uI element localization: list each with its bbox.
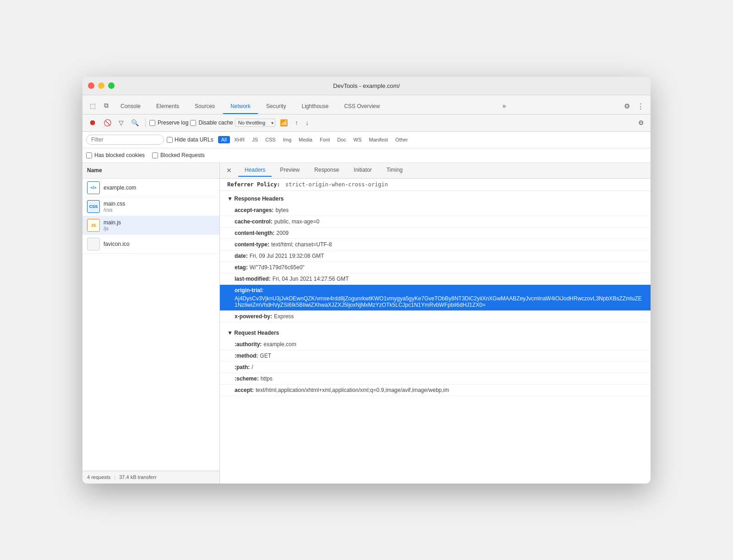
tab-network[interactable]: Network [223, 99, 258, 114]
detail-tab-headers[interactable]: Headers [238, 164, 272, 177]
html-file-icon: </> [87, 181, 100, 194]
hide-data-urls-checkbox[interactable]: Hide data URLs [167, 136, 213, 143]
filter-media-button[interactable]: Media [295, 136, 316, 143]
preserve-log-checkbox[interactable]: Preserve log [149, 120, 188, 126]
preserve-log-input[interactable] [149, 120, 155, 126]
header-value: GET [260, 353, 271, 359]
header-key: :method: [235, 353, 258, 359]
request-filename: favicon.ico [104, 241, 130, 247]
header-value: Express [274, 313, 294, 320]
request-path: /js [104, 226, 121, 231]
requests-header: Name [82, 163, 219, 179]
tab-console[interactable]: Console [113, 99, 148, 114]
header-row-scheme: :scheme: https [220, 373, 651, 385]
maximize-button[interactable] [108, 82, 115, 89]
detail-tab-response[interactable]: Response [308, 164, 345, 177]
disable-cache-checkbox[interactable]: Disable cache [190, 120, 233, 126]
filter-icon[interactable]: ▽ [116, 117, 126, 128]
upload-icon[interactable]: ↑ [292, 117, 301, 128]
wifi-icon[interactable]: 📶 [277, 117, 290, 128]
filter-other-button[interactable]: Other [392, 136, 411, 143]
header-value: public, max-age=0 [274, 218, 319, 225]
header-value: example.com [263, 341, 296, 348]
blocked-bar: Has blocked cookies Blocked Requests [82, 148, 651, 163]
tab-security[interactable]: Security [259, 99, 293, 114]
cursor-icon[interactable]: ⬚ [86, 99, 99, 112]
header-key: last-modified: [235, 276, 271, 282]
headers-content: Referrer Policy: strict-origin-when-cros… [220, 179, 651, 484]
settings-icon[interactable]: ⚙ [621, 100, 633, 112]
header-key: accept: [235, 387, 254, 393]
detail-tab-initiator[interactable]: Initiator [347, 164, 378, 177]
header-key: date: [235, 253, 248, 259]
hide-data-urls-input[interactable] [167, 137, 173, 143]
tab-sources[interactable]: Sources [187, 99, 222, 114]
throttle-select[interactable]: No throttling [235, 119, 275, 127]
tab-css-overview[interactable]: CSS Overview [337, 99, 387, 114]
header-value: bytes [275, 207, 289, 213]
js-file-icon: JS [87, 219, 100, 232]
request-item-main-css[interactable]: CSS main.css /css [82, 197, 219, 216]
request-item-example-com[interactable]: </> example.com [82, 179, 219, 197]
throttle-wrapper: No throttling ▾ [235, 119, 275, 127]
network-toolbar: ⏺ 🚫 ▽ 🔍 Preserve log Disable cache No th… [82, 114, 651, 132]
header-row-accept: accept: text/html,application/xhtml+xml,… [220, 385, 651, 396]
filter-font-button[interactable]: Font [317, 136, 333, 143]
referrer-policy-row: Referrer Policy: strict-origin-when-cros… [220, 179, 651, 191]
request-filename: main.js [104, 219, 121, 226]
filter-img-button[interactable]: Img [280, 136, 295, 143]
header-key: :path: [235, 364, 250, 370]
has-blocked-cookies-checkbox[interactable]: Has blocked cookies [86, 152, 145, 158]
left-panel: Name </> example.com CSS main.css /css [82, 163, 220, 484]
filter-js-button[interactable]: JS [249, 136, 261, 143]
filter-xhr-button[interactable]: XHR [231, 136, 248, 143]
header-value: https [261, 375, 273, 382]
request-list: </> example.com CSS main.css /css JS mai… [82, 179, 219, 471]
right-panel: ✕ Headers Preview Response Initiator Tim… [220, 163, 651, 484]
header-key: cache-control: [235, 218, 273, 225]
referrer-policy-value: strict-origin-when-cross-origin [285, 181, 388, 188]
record-button[interactable]: ⏺ [86, 117, 99, 129]
detail-tab-preview[interactable]: Preview [274, 164, 306, 177]
filter-all-button[interactable]: All [218, 136, 230, 143]
header-row-authority: :authority: example.com [220, 339, 651, 350]
filter-css-button[interactable]: CSS [262, 136, 279, 143]
header-row-content-length: content-length: 2009 [220, 228, 651, 239]
close-detail-button[interactable]: ✕ [224, 166, 235, 175]
inspect-icon[interactable]: ⧉ [100, 99, 112, 112]
more-tabs-button[interactable]: » [499, 99, 510, 112]
request-filename: main.css [104, 201, 125, 207]
header-key: :scheme: [235, 375, 259, 382]
tab-lighthouse[interactable]: Lighthouse [294, 99, 336, 114]
tab-elements[interactable]: Elements [149, 99, 186, 114]
header-key: accept-ranges: [235, 207, 274, 213]
blocked-requests-input[interactable] [152, 152, 158, 158]
header-row-origin-trial: origin-trial: Aj4DysCv3VjknU3jJvkDEwnQZK… [220, 285, 651, 311]
blocked-requests-checkbox[interactable]: Blocked Requests [152, 152, 205, 158]
main-tabbar: ⬚ ⧉ Console Elements Sources Network Sec… [82, 95, 651, 114]
search-icon[interactable]: 🔍 [128, 117, 142, 128]
has-blocked-cookies-input[interactable] [86, 152, 92, 158]
filter-input[interactable] [86, 135, 164, 145]
clear-button[interactable]: 🚫 [101, 117, 114, 128]
header-row-accept-ranges: accept-ranges: bytes [220, 205, 651, 216]
request-path: /css [104, 207, 125, 212]
more-options-icon[interactable]: ⋮ [635, 100, 647, 112]
disable-cache-input[interactable] [190, 120, 196, 126]
header-value: text/html; charset=UTF-8 [271, 241, 332, 248]
minimize-button[interactable] [98, 82, 104, 89]
header-row-path: :path: / [220, 362, 651, 373]
detail-tabbar: ✕ Headers Preview Response Initiator Tim… [220, 163, 651, 179]
settings-icon-2[interactable]: ⚙ [635, 117, 647, 128]
filter-manifest-button[interactable]: Manifest [366, 136, 391, 143]
request-item-favicon[interactable]: favicon.ico [82, 235, 219, 254]
download-icon[interactable]: ↓ [303, 117, 312, 128]
toolbar-divider-1 [145, 118, 146, 127]
close-button[interactable] [88, 82, 94, 89]
header-value: / [252, 364, 253, 370]
filter-type-buttons: All XHR JS CSS Img Media Font Doc WS Man… [218, 136, 411, 143]
filter-doc-button[interactable]: Doc [334, 136, 350, 143]
request-item-main-js[interactable]: JS main.js /js [82, 216, 219, 235]
detail-tab-timing[interactable]: Timing [380, 164, 409, 177]
filter-ws-button[interactable]: WS [350, 136, 365, 143]
